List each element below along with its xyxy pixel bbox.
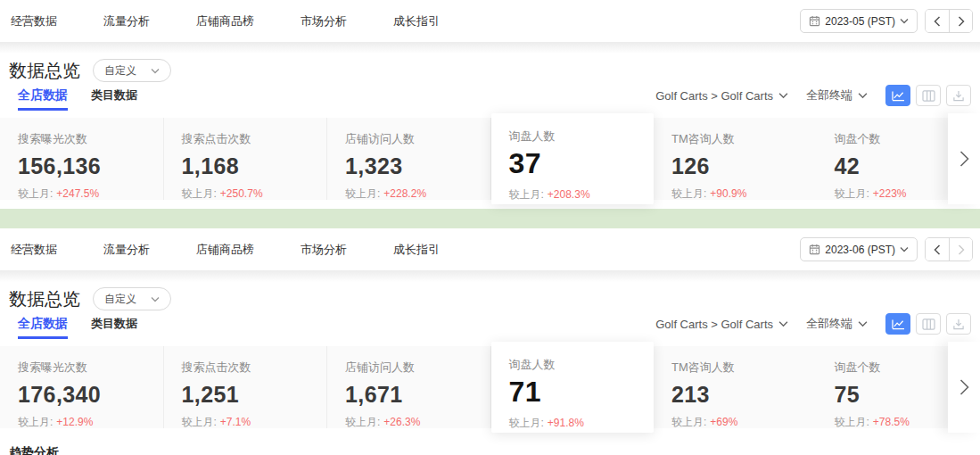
line-chart-view-button[interactable] — [885, 313, 910, 335]
card-carousel-next-button[interactable] — [948, 113, 980, 204]
kpi-compare: 较上月:+69% — [671, 415, 817, 430]
kpi-card-inquiry-people[interactable]: 询盘人数 37 较上月:+208.3% — [491, 113, 655, 204]
chevron-left-icon — [934, 244, 941, 255]
nav-tab-growth-guide[interactable]: 成长指引 — [393, 242, 440, 258]
change-value: +90.9% — [710, 187, 746, 200]
nav-tab-traffic-analysis[interactable]: 流量分析 — [103, 13, 150, 29]
date-range-select[interactable]: 自定义 — [93, 287, 171, 310]
page-title: 数据总览 — [9, 287, 80, 311]
kpi-card-search-impressions[interactable]: 搜索曝光次数 156,136 较上月:+247.5% — [0, 118, 164, 200]
date-picker[interactable]: 2023-06 (PST) — [800, 237, 918, 261]
change-value: +12.9% — [56, 416, 93, 428]
carousel-next-icon — [959, 151, 969, 167]
tab-category-data[interactable]: 类目数据 — [91, 316, 137, 339]
column-view-button[interactable] — [916, 85, 941, 106]
next-month-button[interactable] — [949, 238, 972, 261]
kpi-card-row: 搜索曝光次数 176,340 较上月:+12.9% 搜索点击次数 1,251 较… — [0, 346, 980, 428]
compare-label: 较上月: — [671, 416, 706, 428]
prev-month-button[interactable] — [926, 238, 949, 261]
chevron-left-icon — [934, 16, 941, 27]
kpi-label: 店铺访问人数 — [345, 360, 490, 376]
filter-controls: Golf Carts > Golf Carts 全部终端 — [655, 85, 971, 111]
tab-all-shop-data[interactable]: 全店数据 — [18, 316, 68, 339]
category-filter-dropdown[interactable]: Golf Carts > Golf Carts — [655, 89, 788, 103]
kpi-card-inquiry-people[interactable]: 询盘人数 71 较上月:+91.8% — [491, 342, 655, 433]
kpi-card-store-visitors[interactable]: 店铺访问人数 1,671 较上月:+26.3% — [327, 346, 491, 428]
nav-bottom-shadow — [0, 42, 980, 54]
kpi-label: 搜索曝光次数 — [18, 360, 163, 376]
kpi-label: 搜索点击次数 — [182, 131, 327, 147]
kpi-label: TM咨询人数 — [671, 360, 817, 376]
panel-2023-06: 经营数据 流量分析 店铺商品榜 市场分析 成长指引 2023-06 (PST) — [0, 228, 980, 428]
chevron-right-icon — [958, 16, 965, 27]
change-value: +26.3% — [383, 416, 420, 428]
download-icon — [952, 318, 965, 330]
kpi-card-row: 搜索曝光次数 156,136 较上月:+247.5% 搜索点击次数 1,168 … — [0, 118, 980, 200]
compare-label: 较上月: — [18, 187, 53, 200]
data-tabs-row: 全店数据 类目数据 Golf Carts > Golf Carts 全部终端 — [0, 312, 980, 339]
nav-tab-growth-guide[interactable]: 成长指引 — [393, 13, 440, 29]
nav-tab-operating-data[interactable]: 经营数据 — [11, 13, 57, 29]
top-nav: 经营数据 流量分析 店铺商品榜 市场分析 成长指引 2023-06 (PST) — [0, 228, 980, 270]
kpi-compare: 较上月:+90.9% — [671, 186, 817, 202]
kpi-card-search-clicks[interactable]: 搜索点击次数 1,168 较上月:+250.7% — [164, 118, 328, 200]
nav-tab-market-analysis[interactable]: 市场分析 — [301, 242, 347, 258]
kpi-value: 1,168 — [182, 153, 327, 179]
kpi-value: 126 — [671, 153, 817, 179]
kpi-value: 71 — [509, 376, 655, 409]
download-button[interactable] — [946, 313, 971, 335]
nav-tab-traffic-analysis[interactable]: 流量分析 — [103, 242, 150, 258]
column-view-button[interactable] — [916, 313, 941, 335]
compare-label: 较上月: — [835, 416, 869, 428]
compare-label: 较上月: — [345, 187, 380, 200]
nav-tab-market-analysis[interactable]: 市场分析 — [301, 13, 347, 29]
kpi-card-search-impressions[interactable]: 搜索曝光次数 176,340 较上月:+12.9% — [0, 346, 164, 428]
filter-controls: Golf Carts > Golf Carts 全部终端 — [655, 313, 971, 339]
data-tab-list: 全店数据 类目数据 — [9, 316, 137, 339]
kpi-card-search-clicks[interactable]: 搜索点击次数 1,251 较上月:+7.1% — [164, 346, 328, 428]
kpi-value: 1,251 — [182, 382, 327, 408]
line-chart-icon — [892, 90, 905, 102]
tab-all-shop-data[interactable]: 全店数据 — [18, 87, 68, 111]
compare-label: 较上月: — [18, 416, 53, 428]
kpi-label: TM咨询人数 — [671, 131, 817, 147]
calendar-icon — [809, 244, 820, 255]
prev-month-button[interactable] — [926, 10, 949, 32]
kpi-compare: 较上月:+26.3% — [345, 415, 490, 430]
nav-tab-shop-product-ranking[interactable]: 店铺商品榜 — [196, 13, 254, 29]
kpi-compare: 较上月:+228.2% — [345, 186, 490, 202]
kpi-card-tm-consult-people[interactable]: TM咨询人数 126 较上月:+90.9% — [654, 118, 817, 200]
card-carousel-next-button[interactable] — [948, 342, 980, 433]
terminal-filter-value: 全部终端 — [806, 87, 852, 103]
kpi-compare: 较上月:+91.8% — [509, 416, 655, 431]
nav-tab-list: 经营数据 流量分析 店铺商品榜 市场分析 成长指引 — [11, 242, 440, 258]
compare-label: 较上月: — [835, 187, 869, 200]
change-value: +223% — [873, 187, 907, 200]
nav-tab-shop-product-ranking[interactable]: 店铺商品榜 — [196, 242, 254, 258]
date-range-select[interactable]: 自定义 — [93, 59, 171, 82]
data-tabs-row: 全店数据 类目数据 Golf Carts > Golf Carts 全部终端 — [0, 84, 980, 111]
page-title: 数据总览 — [9, 59, 80, 83]
nav-tab-operating-data[interactable]: 经营数据 — [11, 242, 57, 258]
category-filter-dropdown[interactable]: Golf Carts > Golf Carts — [655, 318, 788, 331]
terminal-filter-value: 全部终端 — [806, 316, 852, 332]
line-chart-icon — [892, 318, 905, 330]
chevron-down-icon — [900, 18, 909, 24]
line-chart-view-button[interactable] — [885, 85, 910, 106]
month-pager — [925, 237, 973, 261]
nav-tab-list: 经营数据 流量分析 店铺商品榜 市场分析 成长指引 — [11, 13, 440, 29]
kpi-card-tm-consult-people[interactable]: TM咨询人数 213 较上月:+69% — [654, 346, 817, 428]
top-nav: 经营数据 流量分析 店铺商品榜 市场分析 成长指引 2023-05 (PST) — [0, 0, 980, 42]
tab-category-data[interactable]: 类目数据 — [91, 87, 137, 111]
kpi-value: 1,671 — [345, 382, 490, 408]
kpi-compare: 较上月:+7.1% — [182, 415, 327, 430]
date-picker-value: 2023-05 (PST) — [825, 15, 895, 28]
terminal-filter-dropdown[interactable]: 全部终端 — [806, 316, 868, 332]
next-month-button[interactable] — [949, 10, 972, 32]
overview-header: 数据总览 自定义 — [0, 282, 980, 312]
download-button[interactable] — [946, 85, 971, 106]
terminal-filter-dropdown[interactable]: 全部终端 — [806, 87, 868, 103]
date-picker[interactable]: 2023-05 (PST) — [800, 9, 918, 33]
date-range-value: 自定义 — [104, 63, 136, 79]
kpi-card-store-visitors[interactable]: 店铺访问人数 1,323 较上月:+228.2% — [327, 118, 491, 200]
